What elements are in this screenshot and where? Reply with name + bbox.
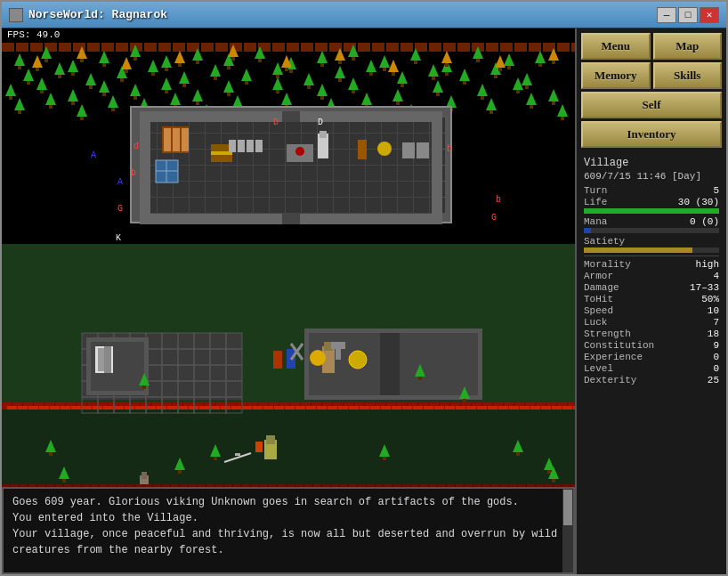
- memory-button[interactable]: Memory: [581, 62, 651, 89]
- damage-value: 17–33: [690, 282, 719, 293]
- strength-value: 18: [708, 329, 719, 339]
- maximize-button[interactable]: □: [678, 7, 698, 23]
- armor-label: Armor: [584, 271, 613, 281]
- tohit-label: ToHit: [584, 294, 613, 304]
- inventory-button[interactable]: Inventory: [581, 121, 722, 148]
- fps-display: FPS: 49.0: [7, 29, 60, 40]
- stat-life-row: Life 30 (30): [584, 197, 719, 207]
- experience-value: 0: [713, 352, 719, 362]
- game-window: NorseWorld: Ragnarok — □ ✕ FPS: 49.0 Goe…: [0, 0, 728, 576]
- skills-button[interactable]: Skills: [653, 62, 723, 89]
- message-line-2: You entered into the Village.: [12, 510, 564, 526]
- dexterity-label: Dexterity: [584, 375, 636, 385]
- stat-location: Village: [584, 157, 719, 169]
- turn-label: Turn: [584, 185, 607, 196]
- message-line-3: Your village, once peaceful and thriving…: [12, 526, 564, 542]
- stat-speed-row: Speed 10: [584, 305, 719, 316]
- strength-label: Strength: [584, 329, 631, 339]
- luck-value: 7: [713, 317, 719, 328]
- stat-experience-row: Experience 0: [584, 352, 719, 362]
- message-scrollbar[interactable]: [562, 489, 573, 572]
- life-value: 30 (30): [678, 197, 719, 207]
- bottom-map-canvas[interactable]: [2, 244, 575, 487]
- morality-label: Morality: [584, 259, 631, 270]
- satiety-label: Satiety: [584, 236, 625, 247]
- message-line-4: creatures from the nearby forest.: [12, 542, 564, 558]
- stat-damage-row: Damage 17–33: [584, 282, 719, 293]
- speed-value: 10: [708, 305, 719, 316]
- stat-divider: [584, 256, 719, 256]
- bottom-map-viewport[interactable]: [2, 244, 575, 487]
- top-map-canvas[interactable]: [2, 28, 575, 244]
- life-bar-container: [584, 208, 719, 214]
- level-value: 0: [713, 363, 719, 374]
- stat-dexterity-row: Dexterity 25: [584, 375, 719, 385]
- armor-value: 4: [713, 271, 719, 281]
- stat-satiety-row: Satiety: [584, 236, 719, 247]
- stat-morality-row: Morality high: [584, 259, 719, 270]
- luck-label: Luck: [584, 317, 607, 328]
- stat-constitution-row: Constitution 9: [584, 340, 719, 351]
- stat-mana-row: Mana 0 (0): [584, 216, 719, 227]
- morality-value: high: [696, 259, 719, 270]
- damage-label: Damage: [584, 282, 619, 293]
- close-button[interactable]: ✕: [700, 7, 719, 23]
- life-label: Life: [584, 197, 607, 207]
- stat-armor-row: Armor 4: [584, 271, 719, 281]
- menu-button[interactable]: Menu: [581, 33, 651, 60]
- window-controls: — □ ✕: [657, 7, 719, 23]
- satiety-bar-container: [584, 247, 719, 253]
- button-grid: Menu Map Memory Skills Self Inventory: [577, 28, 726, 152]
- life-bar: [584, 208, 719, 214]
- window-title: NorseWorld: Ragnarok: [28, 8, 167, 21]
- satiety-bar: [584, 247, 692, 253]
- window-icon: [9, 8, 23, 22]
- stat-turn-row: Turn 5: [584, 185, 719, 196]
- mana-value: 0 (0): [690, 216, 719, 227]
- stat-luck-row: Luck 7: [584, 317, 719, 328]
- game-area: FPS: 49.0 Goes 609 year. Glorious viking…: [2, 28, 575, 574]
- title-bar: NorseWorld: Ragnarok — □ ✕: [2, 2, 726, 28]
- message-box: Goes 609 year. Glorious viking Unknown g…: [2, 487, 575, 574]
- mana-bar-container: [584, 228, 719, 233]
- constitution-value: 9: [713, 340, 719, 351]
- self-button[interactable]: Self: [581, 92, 722, 118]
- scrollbar-thumb[interactable]: [563, 490, 572, 525]
- constitution-label: Constitution: [584, 340, 654, 351]
- mana-label: Mana: [584, 216, 607, 227]
- stats-area: Village 609/7/15 11:46 [Day] Turn 5 Life…: [577, 152, 726, 574]
- level-label: Level: [584, 363, 613, 374]
- dexterity-value: 25: [708, 375, 719, 385]
- minimize-button[interactable]: —: [657, 7, 676, 23]
- stat-datetime: 609/7/15 11:46 [Day]: [584, 171, 719, 182]
- experience-label: Experience: [584, 352, 643, 362]
- message-line-1: Goes 609 year. Glorious viking Unknown g…: [12, 494, 564, 510]
- tohit-value: 50%: [701, 294, 719, 304]
- stat-strength-row: Strength 18: [584, 329, 719, 339]
- mana-bar: [584, 228, 591, 233]
- turn-value: 5: [713, 185, 719, 196]
- title-bar-left: NorseWorld: Ragnarok: [9, 8, 167, 22]
- stat-level-row: Level 0: [584, 363, 719, 374]
- speed-label: Speed: [584, 305, 613, 316]
- right-panel: Menu Map Memory Skills Self Inventory Vi…: [575, 28, 726, 574]
- map-button[interactable]: Map: [653, 33, 723, 60]
- stat-tohit-row: ToHit 50%: [584, 294, 719, 304]
- top-map-viewport[interactable]: [2, 28, 575, 244]
- main-content: FPS: 49.0 Goes 609 year. Glorious viking…: [2, 28, 726, 574]
